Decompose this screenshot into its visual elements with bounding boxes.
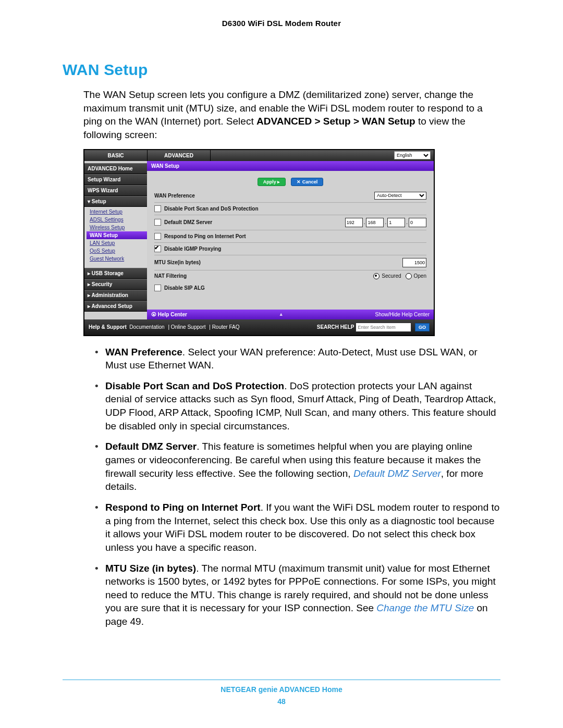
disable-sip-alg-label: Disable SIP ALG <box>164 285 205 291</box>
sidebar-item-administration[interactable]: ▸ Administration <box>84 290 147 301</box>
respond-ping-label: Respond to Ping on Internet Port <box>164 233 246 239</box>
search-go-button[interactable]: GO <box>415 323 430 331</box>
default-dmz-checkbox[interactable] <box>154 219 161 226</box>
disable-port-scan-label: Disable Port Scan and DoS Protection <box>164 206 259 212</box>
panel-title: WAN Setup <box>147 161 434 171</box>
list-item: MTU Size (in bytes). The normal MTU (max… <box>95 562 500 628</box>
sidebar-sub-internet-setup[interactable]: Internet Setup <box>90 208 147 216</box>
disable-igmp-checkbox[interactable] <box>154 245 161 252</box>
dmz-ip-4[interactable] <box>409 218 426 227</box>
search-help-input[interactable] <box>356 323 411 332</box>
sidebar-item-setup-wizard[interactable]: Setup Wizard <box>84 174 147 185</box>
wan-preference-select[interactable]: Auto-Detect <box>374 192 426 200</box>
section-title: WAN Setup <box>63 61 500 79</box>
bullet-name: MTU Size (in bytes) <box>105 563 196 574</box>
nat-open-label: Open <box>414 273 426 279</box>
disable-port-scan-checkbox[interactable] <box>154 205 161 212</box>
sidebar-sub-lan-setup[interactable]: LAN Setup <box>90 239 147 247</box>
footer-rule <box>63 680 500 680</box>
doc-header: D6300 WiFi DSL Modem Router <box>63 19 500 28</box>
search-help-label: SEARCH HELP <box>317 324 354 330</box>
list-item: Respond to Ping on Internet Port. If you… <box>95 501 500 554</box>
bullet-name: Default DMZ Server <box>105 441 197 452</box>
tab-advanced[interactable]: ADVANCED <box>148 150 211 161</box>
cancel-button[interactable]: ✕ Cancel <box>291 178 323 186</box>
support-label: Help & Support <box>89 324 127 330</box>
sidebar-item-advanced-setup[interactable]: ▸ Advanced Setup <box>84 301 147 312</box>
tab-advanced-label: ADVANCED <box>164 153 193 158</box>
explanation-list: WAN Preference. Select your WAN preferen… <box>83 346 500 628</box>
tab-basic[interactable]: BASIC <box>84 150 148 161</box>
link-default-dmz-server[interactable]: Default DMZ Server <box>353 468 441 479</box>
apply-button[interactable]: Apply ▸ <box>258 178 286 186</box>
wan-preference-label: WAN Preference <box>154 193 195 199</box>
footer-title: NETGEAR genie ADVANCED Home <box>0 684 563 695</box>
nat-filtering-label: NAT Filtering <box>154 273 187 279</box>
nat-secured-label: Secured <box>382 273 401 279</box>
link-change-mtu-size[interactable]: Change the MTU Size <box>376 602 474 613</box>
support-link-router-faq[interactable]: Router FAQ <box>212 324 240 330</box>
help-center-toggle[interactable]: ⦿ Help Center <box>151 312 187 317</box>
tab-basic-label: BASIC <box>107 153 124 158</box>
sidebar-item-usb-storage[interactable]: ▸ USB Storage <box>84 268 147 279</box>
help-center-arrow-icon: ▲ <box>279 312 284 317</box>
dmz-ip-3[interactable] <box>387 218 405 227</box>
mtu-size-label: MTU Size(in bytes) <box>154 260 201 265</box>
page-number: 48 <box>0 696 563 707</box>
disable-igmp-label: Disable IGMP Proxying <box>164 246 221 252</box>
help-center-showhide[interactable]: Show/Hide Help Center <box>375 312 430 317</box>
dmz-ip-1[interactable] <box>345 218 363 227</box>
default-dmz-label: Default DMZ Server <box>164 219 212 225</box>
intro-paragraph: The WAN Setup screen lets you configure … <box>83 88 500 142</box>
sidebar-item-wps-wizard[interactable]: WPS Wizard <box>84 185 147 196</box>
sidebar-item-advanced-home[interactable]: ADVANCED Home <box>84 163 147 174</box>
sidebar-item-security[interactable]: ▸ Security <box>84 279 147 290</box>
bullet-name: Respond to Ping on Internet Port <box>105 502 261 513</box>
list-item: WAN Preference. Select your WAN preferen… <box>95 346 500 372</box>
support-link-documentation[interactable]: Documentation <box>129 324 164 330</box>
sidebar-sub-adsl-settings[interactable]: ADSL Settings <box>90 216 147 224</box>
nat-secured-radio[interactable] <box>373 273 380 279</box>
intro-bold-path: ADVANCED > Setup > WAN Setup <box>256 116 415 127</box>
sidebar: ADVANCED Home Setup Wizard WPS Wizard ▾ … <box>84 161 147 319</box>
list-item: Disable Port Scan and DoS Protection. Do… <box>95 379 500 433</box>
bullet-name: Disable Port Scan and DoS Protection <box>105 380 284 391</box>
list-item: Default DMZ Server. This feature is some… <box>95 440 500 493</box>
mtu-size-input[interactable] <box>402 258 426 267</box>
sidebar-item-setup[interactable]: ▾ Setup <box>84 196 147 207</box>
router-screenshot: BASIC ADVANCED English ADVANCED Home Set… <box>83 149 435 336</box>
language-select[interactable]: English <box>394 151 431 159</box>
dmz-ip-2[interactable] <box>366 218 384 227</box>
sidebar-sub-wan-setup[interactable]: WAN Setup <box>87 231 147 239</box>
sidebar-sub-qos-setup[interactable]: QoS Setup <box>90 247 147 255</box>
disable-sip-alg-checkbox[interactable] <box>154 285 161 291</box>
respond-ping-checkbox[interactable] <box>154 233 161 240</box>
bullet-name: WAN Preference <box>105 347 182 357</box>
sidebar-sub-wireless-setup[interactable]: Wireless Setup <box>90 224 147 231</box>
support-link-online-support[interactable]: Online Support <box>171 324 206 330</box>
nat-open-radio[interactable] <box>406 273 412 279</box>
sidebar-sub-guest-network[interactable]: Guest Network <box>90 255 147 263</box>
